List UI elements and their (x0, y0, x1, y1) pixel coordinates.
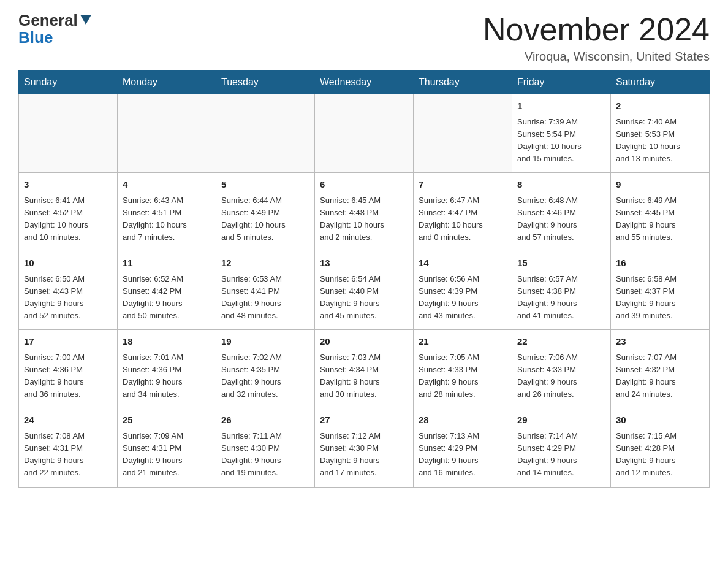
calendar-cell: 3Sunrise: 6:41 AM Sunset: 4:52 PM Daylig… (19, 173, 118, 251)
day-info: Sunrise: 7:39 AM Sunset: 5:54 PM Dayligh… (517, 116, 605, 166)
calendar-cell (216, 94, 315, 173)
day-number: 17 (24, 335, 112, 349)
calendar-cell: 11Sunrise: 6:52 AM Sunset: 4:42 PM Dayli… (118, 251, 216, 330)
day-info: Sunrise: 7:15 AM Sunset: 4:28 PM Dayligh… (616, 430, 704, 480)
day-number: 7 (419, 178, 507, 192)
calendar-cell: 24Sunrise: 7:08 AM Sunset: 4:31 PM Dayli… (19, 408, 118, 487)
day-info: Sunrise: 7:06 AM Sunset: 4:33 PM Dayligh… (517, 351, 605, 401)
day-number: 3 (24, 178, 112, 192)
calendar-cell: 7Sunrise: 6:47 AM Sunset: 4:47 PM Daylig… (414, 173, 512, 251)
day-info: Sunrise: 6:54 AM Sunset: 4:40 PM Dayligh… (320, 273, 408, 323)
weekday-header-wednesday: Wednesday (315, 71, 414, 94)
calendar-cell: 12Sunrise: 6:53 AM Sunset: 4:41 PM Dayli… (216, 251, 315, 330)
day-info: Sunrise: 7:07 AM Sunset: 4:32 PM Dayligh… (616, 351, 704, 401)
weekday-header-monday: Monday (118, 71, 216, 94)
day-number: 5 (221, 178, 309, 192)
day-info: Sunrise: 6:56 AM Sunset: 4:39 PM Dayligh… (419, 273, 507, 323)
day-number: 29 (517, 413, 605, 427)
calendar-cell: 16Sunrise: 6:58 AM Sunset: 4:37 PM Dayli… (611, 251, 710, 330)
calendar-cell: 8Sunrise: 6:48 AM Sunset: 4:46 PM Daylig… (512, 173, 611, 251)
day-number: 20 (320, 335, 408, 349)
day-number: 4 (123, 178, 211, 192)
day-info: Sunrise: 7:09 AM Sunset: 4:31 PM Dayligh… (123, 430, 211, 480)
logo-general-text: General (18, 12, 78, 28)
day-number: 23 (616, 335, 704, 349)
calendar-cell: 23Sunrise: 7:07 AM Sunset: 4:32 PM Dayli… (611, 330, 710, 408)
calendar-cell (414, 94, 512, 173)
calendar-cell: 4Sunrise: 6:43 AM Sunset: 4:51 PM Daylig… (118, 173, 216, 251)
calendar-cell: 5Sunrise: 6:44 AM Sunset: 4:49 PM Daylig… (216, 173, 315, 251)
weekday-header-friday: Friday (512, 71, 611, 94)
day-info: Sunrise: 6:53 AM Sunset: 4:41 PM Dayligh… (221, 273, 309, 323)
day-info: Sunrise: 6:47 AM Sunset: 4:47 PM Dayligh… (419, 194, 507, 244)
calendar-cell: 20Sunrise: 7:03 AM Sunset: 4:34 PM Dayli… (315, 330, 414, 408)
day-info: Sunrise: 6:49 AM Sunset: 4:45 PM Dayligh… (616, 194, 704, 244)
day-number: 30 (616, 413, 704, 427)
day-number: 25 (123, 413, 211, 427)
day-info: Sunrise: 7:11 AM Sunset: 4:30 PM Dayligh… (221, 430, 309, 480)
day-info: Sunrise: 7:02 AM Sunset: 4:35 PM Dayligh… (221, 351, 309, 401)
calendar-cell: 2Sunrise: 7:40 AM Sunset: 5:53 PM Daylig… (611, 94, 710, 173)
calendar-cell: 14Sunrise: 6:56 AM Sunset: 4:39 PM Dayli… (414, 251, 512, 330)
day-number: 11 (123, 256, 211, 270)
weekday-header-row: SundayMondayTuesdayWednesdayThursdayFrid… (19, 71, 710, 94)
day-info: Sunrise: 7:01 AM Sunset: 4:36 PM Dayligh… (123, 351, 211, 401)
calendar-week-1: 1Sunrise: 7:39 AM Sunset: 5:54 PM Daylig… (19, 94, 710, 173)
calendar-table: SundayMondayTuesdayWednesdayThursdayFrid… (18, 70, 710, 487)
calendar-header: SundayMondayTuesdayWednesdayThursdayFrid… (19, 71, 710, 94)
calendar-cell: 9Sunrise: 6:49 AM Sunset: 4:45 PM Daylig… (611, 173, 710, 251)
day-number: 8 (517, 178, 605, 192)
page-header: General Blue November 2024 Viroqua, Wisc… (18, 12, 710, 64)
day-info: Sunrise: 6:45 AM Sunset: 4:48 PM Dayligh… (320, 194, 408, 244)
day-info: Sunrise: 6:48 AM Sunset: 4:46 PM Dayligh… (517, 194, 605, 244)
month-title: November 2024 (483, 12, 710, 47)
day-info: Sunrise: 6:41 AM Sunset: 4:52 PM Dayligh… (24, 194, 112, 244)
day-number: 28 (419, 413, 507, 427)
calendar-cell: 18Sunrise: 7:01 AM Sunset: 4:36 PM Dayli… (118, 330, 216, 408)
day-info: Sunrise: 7:13 AM Sunset: 4:29 PM Dayligh… (419, 430, 507, 480)
day-info: Sunrise: 7:40 AM Sunset: 5:53 PM Dayligh… (616, 116, 704, 166)
day-info: Sunrise: 7:12 AM Sunset: 4:30 PM Dayligh… (320, 430, 408, 480)
svg-marker-0 (80, 15, 91, 25)
day-number: 21 (419, 335, 507, 349)
day-number: 1 (517, 99, 605, 113)
weekday-header-saturday: Saturday (611, 71, 710, 94)
weekday-header-thursday: Thursday (414, 71, 512, 94)
day-info: Sunrise: 6:44 AM Sunset: 4:49 PM Dayligh… (221, 194, 309, 244)
day-number: 9 (616, 178, 704, 192)
day-number: 6 (320, 178, 408, 192)
calendar-cell: 30Sunrise: 7:15 AM Sunset: 4:28 PM Dayli… (611, 408, 710, 487)
calendar-cell: 25Sunrise: 7:09 AM Sunset: 4:31 PM Dayli… (118, 408, 216, 487)
day-info: Sunrise: 7:00 AM Sunset: 4:36 PM Dayligh… (24, 351, 112, 401)
calendar-cell: 27Sunrise: 7:12 AM Sunset: 4:30 PM Dayli… (315, 408, 414, 487)
calendar-week-4: 17Sunrise: 7:00 AM Sunset: 4:36 PM Dayli… (19, 330, 710, 408)
calendar-cell (118, 94, 216, 173)
day-number: 16 (616, 256, 704, 270)
day-number: 18 (123, 335, 211, 349)
day-info: Sunrise: 6:58 AM Sunset: 4:37 PM Dayligh… (616, 273, 704, 323)
calendar-cell: 13Sunrise: 6:54 AM Sunset: 4:40 PM Dayli… (315, 251, 414, 330)
calendar-week-2: 3Sunrise: 6:41 AM Sunset: 4:52 PM Daylig… (19, 173, 710, 251)
day-info: Sunrise: 6:43 AM Sunset: 4:51 PM Dayligh… (123, 194, 211, 244)
logo-triangle-icon (79, 12, 93, 26)
weekday-header-tuesday: Tuesday (216, 71, 315, 94)
title-section: November 2024 Viroqua, Wisconsin, United… (483, 12, 710, 64)
calendar-cell: 21Sunrise: 7:05 AM Sunset: 4:33 PM Dayli… (414, 330, 512, 408)
day-number: 13 (320, 256, 408, 270)
day-info: Sunrise: 6:52 AM Sunset: 4:42 PM Dayligh… (123, 273, 211, 323)
day-info: Sunrise: 7:03 AM Sunset: 4:34 PM Dayligh… (320, 351, 408, 401)
calendar-cell: 17Sunrise: 7:00 AM Sunset: 4:36 PM Dayli… (19, 330, 118, 408)
calendar-cell: 10Sunrise: 6:50 AM Sunset: 4:43 PM Dayli… (19, 251, 118, 330)
day-number: 22 (517, 335, 605, 349)
day-number: 19 (221, 335, 309, 349)
logo-blue-text: Blue (18, 29, 93, 45)
calendar-cell: 29Sunrise: 7:14 AM Sunset: 4:29 PM Dayli… (512, 408, 611, 487)
day-number: 10 (24, 256, 112, 270)
day-info: Sunrise: 7:14 AM Sunset: 4:29 PM Dayligh… (517, 430, 605, 480)
weekday-header-sunday: Sunday (19, 71, 118, 94)
logo: General Blue (18, 12, 93, 45)
calendar-week-5: 24Sunrise: 7:08 AM Sunset: 4:31 PM Dayli… (19, 408, 710, 487)
day-number: 24 (24, 413, 112, 427)
calendar-cell (19, 94, 118, 173)
calendar-cell: 6Sunrise: 6:45 AM Sunset: 4:48 PM Daylig… (315, 173, 414, 251)
